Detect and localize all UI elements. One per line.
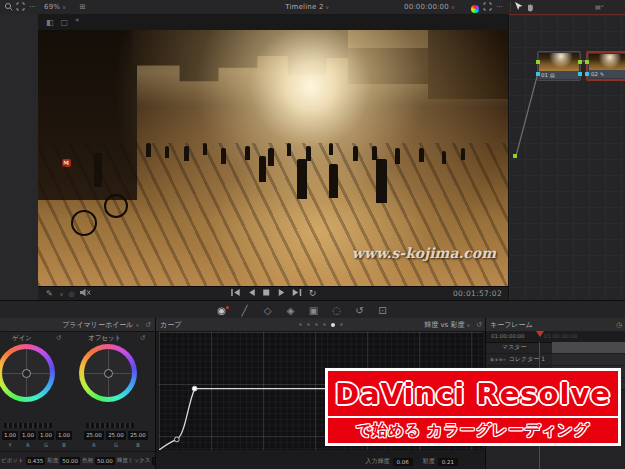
- gain-r-value[interactable]: 1.00: [20, 431, 36, 440]
- curves-header: カーブ 輝度 vs 彩度 ∨ ↺: [156, 318, 486, 332]
- node-01-rgb-out[interactable]: [578, 60, 582, 64]
- more-icon[interactable]: ···: [493, 0, 506, 13]
- blur-icon[interactable]: ◌: [330, 305, 344, 316]
- reset-icon[interactable]: ↺: [145, 321, 151, 329]
- offset-b-value[interactable]: 25.00: [128, 431, 148, 440]
- viewer-image: M: [38, 30, 508, 287]
- stop-icon[interactable]: [262, 288, 271, 299]
- input-luma-value[interactable]: 0.06: [393, 458, 413, 466]
- viewer-annotation-tools: ✎ ∨ ◎: [46, 287, 91, 300]
- sat-value[interactable]: 0.21: [438, 458, 458, 466]
- transport-controls: ↻: [230, 287, 317, 300]
- curve-mode-select[interactable]: 輝度 vs 彩度: [424, 320, 464, 330]
- source-output-port[interactable]: [513, 154, 517, 158]
- power-window-icon[interactable]: ◈: [284, 305, 298, 316]
- qualifier-icon[interactable]: ◇: [261, 305, 275, 316]
- node-graph-panel: 01 ▤ 02 ✎: [508, 14, 625, 301]
- gain-y-value[interactable]: 1.00: [2, 431, 18, 440]
- wipe-b-icon[interactable]: ▢: [61, 18, 69, 27]
- wipe-mode-icon[interactable]: ⊞: [76, 0, 89, 13]
- viewer-panel: ◧ ▢ * M: [38, 14, 508, 300]
- gain-reset-icon[interactable]: ↺: [56, 334, 61, 342]
- add-node-icon[interactable]: ▤⁺: [595, 3, 604, 10]
- node-02-key-in[interactable]: [585, 72, 589, 76]
- reset-icon[interactable]: ↺: [476, 321, 482, 329]
- timeline-select[interactable]: Timeline 2∨: [285, 0, 329, 13]
- pivot-label: ピボット: [1, 457, 24, 464]
- clock-icon[interactable]: ◷: [616, 321, 622, 329]
- tracker-icon[interactable]: ▣: [307, 305, 321, 316]
- gain-channel-labels: YRGB: [2, 442, 72, 448]
- wipe-a-icon[interactable]: ◧: [46, 18, 54, 27]
- node-02-labelbar: 02 ✎: [589, 70, 625, 78]
- offset-g-value[interactable]: 25.00: [106, 431, 126, 440]
- curves-icon[interactable]: ╱: [238, 305, 252, 316]
- long-shadows: [38, 143, 508, 287]
- play-icon[interactable]: [277, 288, 286, 299]
- keyframe-row-corrector1[interactable]: ●▪◆▸コレクター 1: [486, 354, 625, 366]
- offset-label: オフセット: [88, 334, 121, 343]
- skip-start-icon[interactable]: [230, 288, 241, 299]
- primary-wheels-panel: プライマリーホイール ∨ ↺ ゲイン ↺ 1.00 1.00 1.00 1.00…: [0, 318, 155, 469]
- curve-footer: 入力輝度 0.06 彩度 0.21: [366, 457, 459, 466]
- hue-label: 色相: [82, 457, 93, 464]
- transport-bar: ✎ ∨ ◎ ↻ 00:01:57:02: [38, 286, 508, 300]
- keyframe-row-master[interactable]: マスター: [486, 342, 625, 354]
- grab-still-icon[interactable]: ◎: [68, 290, 74, 298]
- key-icon[interactable]: ↺: [353, 305, 367, 316]
- chevron-down-icon: ∨: [451, 4, 455, 10]
- enhanced-viewer-icon[interactable]: *: [75, 18, 79, 27]
- offset-channel-labels: RGB: [84, 442, 148, 448]
- sizing-icon[interactable]: ⊡: [376, 305, 390, 316]
- watermark: www.s-kojima.com: [352, 245, 496, 261]
- step-back-icon[interactable]: [247, 288, 256, 299]
- timecode-select[interactable]: 00:00:00:00∨: [404, 0, 455, 13]
- node-02-selected[interactable]: 02 ✎: [586, 51, 625, 81]
- node-01-number: 01: [541, 72, 548, 78]
- palette-page-dots[interactable]: [299, 323, 343, 327]
- offset-master-slider[interactable]: [84, 422, 136, 429]
- offset-reset-icon[interactable]: ↺: [140, 334, 145, 342]
- gain-master-slider[interactable]: [2, 422, 54, 429]
- node-02-rgb-in[interactable]: [585, 60, 589, 64]
- row-label: マスター: [502, 343, 526, 352]
- lum-mix-label: 輝度ミックス: [117, 457, 151, 464]
- gain-g-value[interactable]: 1.00: [38, 431, 54, 440]
- chevron-down-icon: ∨: [62, 4, 66, 10]
- row-icons: ●▪◆▸: [490, 357, 507, 362]
- loop-icon[interactable]: ↻: [309, 289, 317, 298]
- ruler-playhead-timecode: 01:00:00:00: [544, 333, 578, 339]
- viewer-zoom-select[interactable]: 69%∨: [44, 0, 66, 13]
- mute-icon[interactable]: [79, 288, 91, 299]
- offset-balance-dot[interactable]: [104, 369, 113, 378]
- gain-balance-dot[interactable]: [22, 369, 31, 378]
- node-01-rgb-in[interactable]: [536, 60, 540, 64]
- playhead-marker[interactable]: [536, 331, 544, 337]
- chevron-down-icon[interactable]: ∨: [60, 291, 64, 297]
- node-01-labelbar: 01 ▤: [539, 71, 579, 79]
- node-01[interactable]: 01 ▤: [537, 51, 581, 81]
- offset-values: 25.00 25.00 25.00: [84, 431, 148, 440]
- skip-end-icon[interactable]: [292, 288, 303, 299]
- pen-icon[interactable]: ✎: [46, 289, 53, 298]
- color-wheels-icon[interactable]: ◉: [215, 305, 229, 316]
- wheels-mode-select[interactable]: プライマリーホイール: [62, 320, 133, 330]
- pivot-value[interactable]: 0.435: [26, 457, 46, 465]
- gain-b-value[interactable]: 1.00: [56, 431, 72, 440]
- ruler-start-timecode: 01:00:00:00: [491, 333, 525, 339]
- saturation-value[interactable]: 50.00: [60, 457, 80, 465]
- node-01-key-in[interactable]: [536, 72, 540, 76]
- palette-toolbar: ◉ ╱ ◇ ◈ ▣ ◌ ↺ ⊡: [0, 300, 625, 320]
- gallery-panel: [0, 14, 39, 300]
- hand-tool-icon[interactable]: [523, 0, 536, 13]
- saturation-label: 彩度: [47, 457, 58, 464]
- hue-value[interactable]: 50.00: [95, 457, 115, 465]
- banner-line1: DaVinci Resolve: [328, 371, 618, 418]
- offset-r-value[interactable]: 25.00: [84, 431, 104, 440]
- top-toolbar: ··· 69%∨ ⊞ Timeline 2∨ 00:00:00:00∨ ··· …: [0, 0, 625, 15]
- sat-label: 彩度: [423, 457, 435, 466]
- gain-values: 1.00 1.00 1.00 1.00: [2, 431, 72, 440]
- viewer-timecode: 00:01:57:02: [453, 287, 502, 300]
- more-icon[interactable]: ···: [26, 0, 39, 13]
- node-01-key-out[interactable]: [578, 72, 582, 76]
